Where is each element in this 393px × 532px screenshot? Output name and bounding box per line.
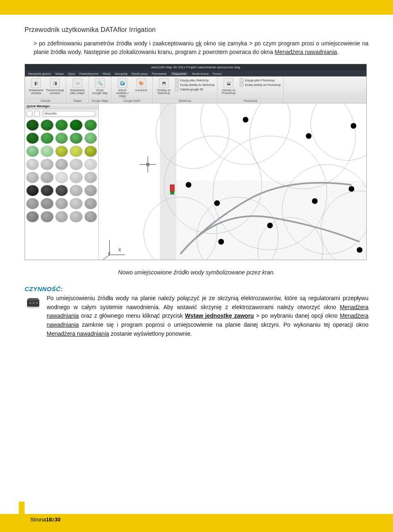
ribbon-button[interactable]: 🔍 [95,78,105,88]
ribbon-button[interactable]: ◨ [50,78,60,88]
plant-swatch[interactable] [26,132,39,144]
svg-point-5 [201,103,290,164]
autocad-canvas[interactable]: Y X [99,103,366,260]
plant-swatch[interactable] [26,172,39,183]
ribbon-button[interactable]: 🎨 [136,78,146,88]
plant-swatch[interactable] [84,159,97,170]
svg-point-24 [186,182,192,188]
plant-swatch[interactable] [41,159,53,170]
plant-swatch[interactable] [84,211,97,222]
plant-swatch[interactable] [41,132,53,144]
svg-point-38 [27,306,40,309]
autocad-ribbon[interactable]: ◧Wstawianie obrazka◨Transformacja obrazk… [25,76,366,103]
action-seg3: > po wybraniu danej opcji okno [254,312,340,319]
ribbon-button-label: Import obrazka z mapy [114,89,131,97]
plant-swatch[interactable] [70,198,82,209]
svg-point-15 [214,200,220,206]
plant-swatch[interactable] [26,211,39,222]
plant-swatch[interactable] [26,159,39,170]
ribbon-button[interactable]: ⬒ [159,78,169,88]
ribbon-button-label: Wstawianie pliku shape [69,89,86,94]
action-button-name: Wstaw jednostkę zaworu [185,312,254,319]
qm-tab-1[interactable] [27,111,32,117]
ribbon-button-label: Zoom Google Map [91,89,108,94]
plant-swatch[interactable] [55,132,68,144]
qm-dropdown[interactable]: Wszystko [43,111,95,117]
menu-item[interactable]: Połączenie [171,72,188,75]
menu-item[interactable]: Planowanie [151,72,166,75]
quick-manager-grid[interactable] [25,118,98,260]
action-seg1: Po umiejscowieniu źródła wody na planie … [47,295,368,310]
plant-swatch[interactable] [70,172,82,183]
autocad-menubar[interactable]: Narzędzia główneWstawOpiszParametryczneW… [25,71,366,76]
footer-page-total: 30 [54,516,60,523]
menu-item[interactable]: Pomoc [213,72,222,75]
page-footer: Strona 18 z 30 [0,514,393,532]
ribbon-button-label: Transformacja obrazka [46,89,64,94]
plant-swatch[interactable] [41,172,53,183]
ribbon-group-caption: Obrazki [27,99,63,102]
menu-item[interactable]: Zarządzaj [115,72,127,75]
plant-swatch[interactable] [55,211,68,222]
ribbon-small-button[interactable]: Edycja pliku SketchUp [175,78,209,82]
menu-item[interactable]: Model terenu [192,72,209,75]
menu-item[interactable]: Opisz [68,72,75,75]
plant-swatch[interactable] [55,185,68,196]
plant-swatch[interactable] [70,159,82,170]
plant-swatch[interactable] [70,146,82,157]
ribbon-button[interactable]: ▭ [72,78,82,88]
plant-swatch[interactable] [55,198,68,209]
ribbon-button[interactable]: 🌍 [117,78,127,88]
ribbon-group: 🔍Zoom Google MapGoogle Maps [89,76,111,103]
plant-swatch[interactable] [26,185,39,196]
action-link-3: Menadżera nawadniania [47,330,109,337]
menu-item[interactable]: Widok [103,72,111,75]
plant-swatch[interactable] [84,146,97,157]
plant-swatch[interactable] [55,159,68,170]
plant-swatch[interactable] [26,198,39,209]
menu-item[interactable]: Wyniki pracy [131,72,148,75]
menu-item[interactable]: Wstaw [55,72,64,75]
plant-swatch[interactable] [70,211,82,222]
plant-swatch[interactable] [55,146,68,157]
plant-swatch[interactable] [41,198,53,209]
plant-swatch[interactable] [84,185,97,196]
quick-manager-title: Quick Manager [25,103,98,109]
plant-swatch[interactable] [70,119,82,131]
ribbon-small-button[interactable]: Dodaj obiekty do SketchUp [175,83,215,87]
ribbon-group: ◧Wstawianie obrazka◨Transformacja obrazk… [25,76,66,103]
action-seg2: oraz z głównego menu kliknąć przycisk [79,312,185,319]
footer-page-current: 18 [46,516,52,523]
ribbon-group-caption: Google Maps [91,99,108,102]
plant-swatch[interactable] [41,146,53,157]
ribbon-button[interactable]: ⬓ [224,78,233,88]
plant-swatch[interactable] [70,185,82,196]
ribbon-small-button[interactable]: Galeria google 3D [175,87,203,91]
plant-swatch[interactable] [41,185,53,196]
svg-rect-34 [28,298,38,301]
ribbon-group: ▭Wstawianie pliku shapeShape [66,76,89,103]
plant-swatch[interactable] [84,119,97,131]
ribbon-button[interactable]: ◧ [31,78,41,88]
plant-swatch[interactable] [55,172,68,183]
plant-swatch[interactable] [26,119,39,131]
ribbon-group-caption: Shape [69,99,86,102]
plant-swatch[interactable] [70,132,82,144]
ribbon-small-button[interactable]: Edycja pliku Photoshop [239,78,275,82]
intro-seg3: . [337,49,339,55]
menu-item[interactable]: Narzędzia główne [28,72,51,75]
qm-tab-2[interactable] [34,111,40,117]
quick-manager-panel[interactable]: Quick Manager Wszystko [25,103,99,260]
page-body: Przewodnik użytkownika DATAflor Irrigati… [0,15,393,338]
plant-swatch[interactable] [41,119,53,131]
plant-swatch[interactable] [84,132,97,144]
ribbon-small-button[interactable]: Dodaj obiekty do Photoshop [239,83,281,87]
quick-manager-tabs[interactable]: Wszystko [25,109,98,118]
plant-swatch[interactable] [84,198,97,209]
svg-point-35 [29,302,31,304]
plant-swatch[interactable] [26,146,39,157]
menu-item[interactable]: Parametryczne [79,72,99,75]
plant-swatch[interactable] [55,119,68,131]
plant-swatch[interactable] [41,211,53,222]
plant-swatch[interactable] [84,172,97,183]
